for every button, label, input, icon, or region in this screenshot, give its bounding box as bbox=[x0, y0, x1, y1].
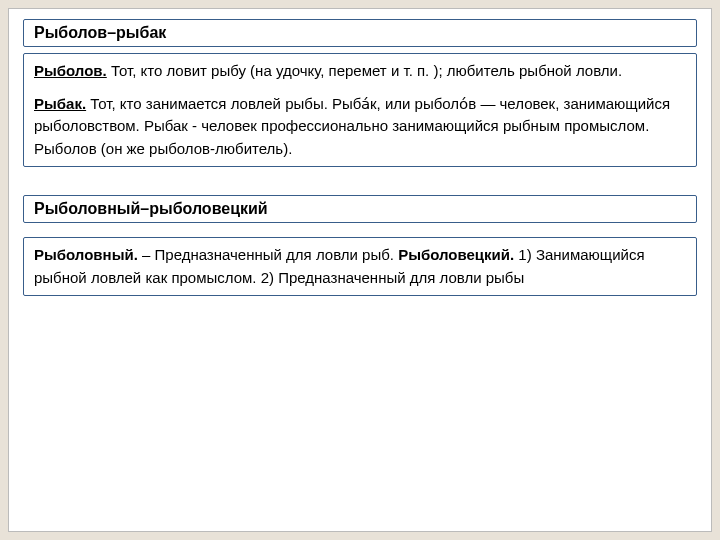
section1-title-box: Рыболов–рыбак bbox=[23, 19, 697, 47]
section2-title-box: Рыболовный–рыболовецкий bbox=[23, 195, 697, 223]
definition-rybolovny: Рыболовный. – Предназначенный для ловли … bbox=[34, 244, 686, 289]
section1-title: Рыболов–рыбак bbox=[34, 24, 166, 41]
section1-body-box: Рыболов. Тот, кто ловит рыбу (на удочку,… bbox=[23, 53, 697, 167]
section2-title: Рыболовный–рыболовецкий bbox=[34, 200, 268, 217]
definition-rybak: Рыбак. Тот, кто занимается ловлей рыбы. … bbox=[34, 93, 686, 161]
term-rybolovetsky: Рыболовецкий. bbox=[398, 246, 514, 263]
definition-rybolov: Рыболов. Тот, кто ловит рыбу (на удочку,… bbox=[34, 60, 686, 83]
term-rybolov: Рыболов. bbox=[34, 62, 107, 79]
document-page: Рыболов–рыбак Рыболов. Тот, кто ловит ры… bbox=[8, 8, 712, 532]
section2-body-box: Рыболовный. – Предназначенный для ловли … bbox=[23, 237, 697, 296]
text-rybolov: Тот, кто ловит рыбу (на удочку, перемет … bbox=[107, 62, 622, 79]
term-rybolovny: Рыболовный. bbox=[34, 246, 138, 263]
text-rybak: Тот, кто занимается ловлей рыбы. Рыба́к,… bbox=[34, 95, 670, 157]
term-rybak: Рыбак. bbox=[34, 95, 86, 112]
text-rybolovny: – Предназначенный для ловли рыб. bbox=[138, 246, 398, 263]
